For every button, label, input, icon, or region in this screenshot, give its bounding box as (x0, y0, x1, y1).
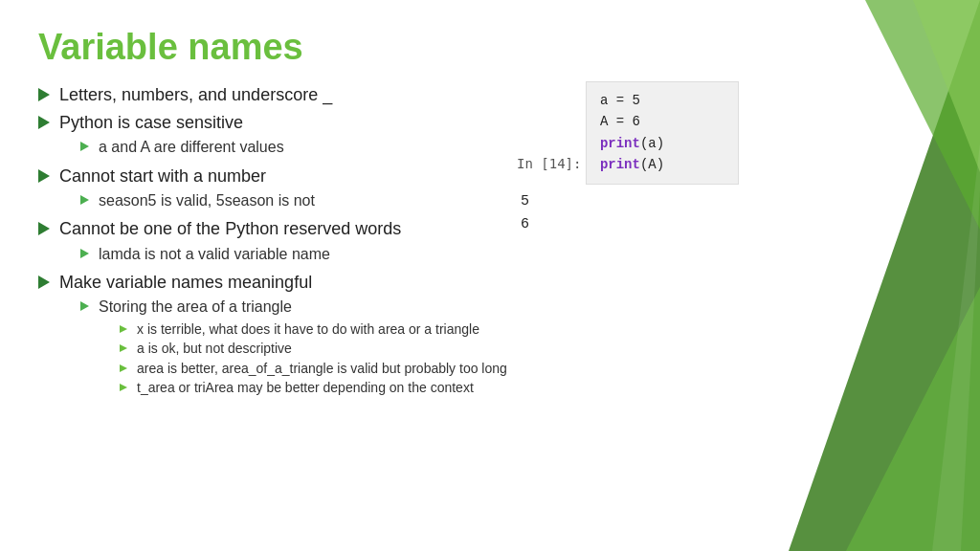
sub-sub-item-d: t_area or triArea may be better dependin… (120, 379, 507, 398)
code-output-line-2: 6 (521, 213, 739, 236)
sub-sub-text-c: area is better, area_of_a_triangle is va… (137, 360, 507, 379)
list-item-1: Letters, numbers, and underscore _ (38, 83, 942, 107)
slide-title: Variable names (38, 27, 942, 68)
bullet-text-2: Python is case sensitive (59, 113, 243, 132)
code-var-A: A (600, 114, 608, 129)
list-item-3: Cannot start with a number season5 is va… (38, 165, 942, 214)
sub-sub-item-b: a is ok, but not descriptive (120, 340, 507, 359)
list-item-4: Cannot be one of the Python reserved wor… (38, 217, 942, 267)
code-line-1: a = 5 (600, 90, 724, 111)
sub-sub-text-a: x is terrible, what does it have to do w… (137, 320, 479, 340)
sub-list-5: Storing the area of a triangle x is terr… (80, 297, 507, 399)
sub-bullet-arrow-5-1 (80, 301, 89, 311)
sub-bullet-arrow-2-1 (80, 142, 89, 151)
bullet-arrow-2 (38, 116, 50, 129)
code-func-print-1: print (600, 136, 640, 151)
code-func-print-2: print (600, 157, 640, 172)
code-label: In [14]: (517, 156, 581, 171)
sub-list-item-5-1: Storing the area of a triangle x is terr… (80, 297, 507, 399)
slide: Variable names Letters, numbers, and und… (0, 0, 980, 551)
bullet-text-4: Cannot be one of the Python reserved wor… (59, 219, 401, 238)
bullet-text-5: Make variable names meaningful (59, 273, 312, 292)
sub-list-3: season5 is valid, 5season is not (80, 190, 315, 211)
sub-list-item-2-1: a and A are different values (80, 137, 284, 158)
code-var-a: a (600, 93, 608, 108)
sub-bullet-text-5-1: Storing the area of a triangle (99, 298, 292, 315)
bullet-text-1: Letters, numbers, and underscore _ (59, 83, 332, 107)
code-num-5: 5 (633, 93, 640, 108)
list-item-5: Make variable names meaningful Storing t… (38, 271, 942, 401)
code-box: a = 5 A = 6 print(a) print(A) (586, 81, 739, 185)
tiny-arrow-d (120, 384, 127, 391)
sub-sub-item-c: area is better, area_of_a_triangle is va… (120, 360, 507, 379)
sub-list-4: lamda is not a valid variable name (80, 244, 401, 265)
sub-bullet-arrow-4-1 (80, 249, 89, 258)
code-op-1: = (616, 93, 633, 108)
sub-bullet-text-3-1: season5 is valid, 5season is not (99, 190, 315, 211)
sub-list-2: a and A are different values (80, 137, 284, 158)
sub-sub-item-a: x is terrible, what does it have to do w… (120, 320, 507, 340)
bullet-text-3: Cannot start with a number (59, 166, 266, 186)
code-arg-2: (A) (640, 157, 664, 172)
sub-sub-text-d: t_area or triArea may be better dependin… (137, 379, 474, 398)
bullet-arrow-4 (38, 222, 50, 235)
tiny-arrow-b (120, 344, 127, 352)
code-line-4: print(A) (600, 154, 724, 175)
sub-sub-text-b: a is ok, but not descriptive (137, 340, 292, 359)
sub-bullet-arrow-3-1 (80, 195, 89, 205)
sub-sub-list-5-1: x is terrible, what does it have to do w… (120, 320, 507, 398)
sub-bullet-text-4-1: lamda is not a valid variable name (99, 244, 330, 265)
bullet-arrow-1 (38, 88, 50, 101)
sub-list-item-4-1: lamda is not a valid variable name (80, 244, 401, 265)
code-output: 5 6 (521, 190, 739, 236)
bullet-arrow-3 (38, 169, 50, 183)
sub-list-item-3-1: season5 is valid, 5season is not (80, 190, 315, 211)
sub-bullet-text-2-1: a and A are different values (99, 137, 284, 158)
code-line-2: A = 6 (600, 111, 724, 132)
code-arg-1: (a) (640, 136, 664, 151)
code-num-6: 6 (633, 114, 640, 129)
slide-content: Variable names Letters, numbers, and und… (0, 0, 980, 424)
bullet-arrow-5 (38, 276, 50, 289)
tiny-arrow-a (120, 325, 127, 333)
code-op-2: = (616, 114, 633, 129)
code-block: In [14]: a = 5 A = 6 print(a) print(A) 5… (517, 81, 739, 236)
tiny-arrow-c (120, 364, 127, 372)
code-output-line-1: 5 (521, 190, 739, 213)
main-bullet-list: Letters, numbers, and underscore _ Pytho… (38, 83, 942, 401)
code-line-3: print(a) (600, 133, 724, 154)
list-item-2: Python is case sensitive a and A are dif… (38, 111, 942, 161)
